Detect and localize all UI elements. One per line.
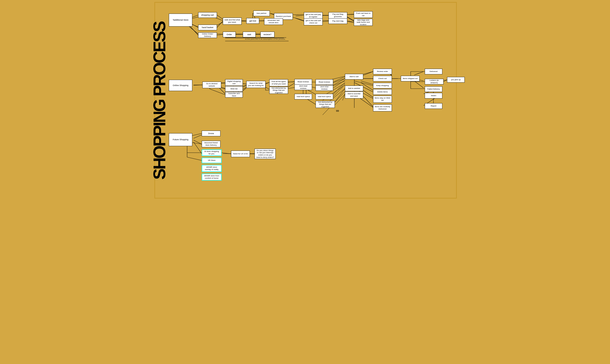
wait-node: wait [243, 32, 256, 37]
diagram-canvas: SHOPPING PROCESS [152, 0, 458, 202]
svg-line-142 [222, 153, 231, 154]
traditional-store-node: Tadditional Store [169, 13, 192, 26]
review-order-node: Review order [373, 69, 392, 74]
read-reviews1-node: Read reviews [294, 79, 312, 85]
dont-read-reviews2-node: dont read reviews [316, 85, 333, 91]
drone-node: Drone [202, 131, 220, 136]
subscribe-save-node: Subscibe and Save [225, 92, 243, 98]
get-in-line-self-node: get in line and self check out [304, 18, 323, 25]
pay-dont-bag-node: Pay dont bag [328, 18, 347, 24]
svg-line-95 [210, 89, 225, 95]
svg-line-53 [414, 72, 424, 75]
infinity-symbol: ∞ [336, 108, 339, 113]
search-for-node: Search for what you are looking for [246, 81, 266, 88]
armr-overlay-node: AR/MR store overlay of reality [202, 165, 222, 172]
svg-line-73 [217, 21, 223, 27]
need-ux-node: Need for UX of AI [231, 151, 250, 157]
get-distracted3-node: Get distracted by things that are sugest… [316, 101, 335, 108]
svg-line-80 [293, 14, 304, 15]
svg-line-116 [333, 88, 345, 104]
svg-line-59 [193, 135, 202, 138]
svg-line-72 [217, 15, 223, 19]
svg-line-141 [187, 157, 202, 160]
assumed-need-node: Assumed Need/ Auto Delivery [202, 141, 220, 147]
items-stay-wish-node: Items stay on Wish list [373, 96, 392, 103]
svg-rect-68 [155, 2, 456, 198]
dont-read-reviews1-node: dont read reviews [294, 84, 312, 90]
add-subscribe-node: Add to suscribe and save [345, 91, 363, 99]
svg-line-78 [270, 13, 274, 15]
svg-line-112 [333, 78, 345, 85]
svg-line-114 [333, 83, 345, 94]
svg-line-47 [361, 81, 373, 84]
items-routinely-node: Items are routinely Delivered [373, 104, 392, 111]
failed-delivery-node: Failed Delivery [425, 86, 442, 92]
order-node: Order [223, 32, 236, 37]
svg-rect-66 [168, 63, 458, 120]
svg-line-60 [193, 140, 202, 144]
check-out-node: Check out [373, 76, 392, 81]
vr-store-node: VR Store [202, 158, 222, 163]
svg-line-10 [296, 15, 304, 16]
connections-svg [152, 0, 458, 202]
svg-line-113 [333, 80, 345, 88]
read-reviews2-node: Read reviews [316, 79, 333, 85]
delete-items-node: Delete items [373, 89, 392, 95]
ai-does-node: AI does shopping for you. [202, 149, 222, 156]
get-lost-node: get lost [246, 18, 259, 24]
armr-comfort-node: AR/MR store from comfort of home [202, 174, 222, 181]
shopping-cart-node: shopping cart [198, 12, 217, 18]
delivered-node: Delivered [425, 69, 442, 74]
svg-line-81 [293, 17, 304, 21]
remember-last-node: remember last minute item [264, 18, 283, 25]
svg-line-132 [444, 80, 447, 82]
svg-line-121 [354, 81, 373, 86]
take-bags-node: take bags and walk home/ end location [354, 19, 373, 26]
svg-line-86 [347, 14, 354, 14]
svg-line-101 [266, 82, 269, 84]
svg-line-91 [193, 85, 203, 85]
hand-basket-node: hand basket [198, 25, 217, 30]
svg-line-111 [333, 77, 345, 82]
you-pick-up-node: you pick up [447, 77, 465, 83]
stolen-node: Stolen [425, 93, 442, 99]
svg-line-83 [323, 21, 328, 22]
svg-line-11 [296, 18, 304, 21]
page-title: SHOPPING PROCESS [152, 0, 166, 202]
do-you-return-node: Do you return things or can you intercep… [255, 149, 276, 159]
add-to-cart-node: Add to cart [345, 74, 363, 79]
pay-bag-node: Pay and Bag groceries [328, 12, 347, 19]
svg-line-87 [217, 35, 223, 35]
lockers-node: Lockers (ie amazon) [425, 79, 444, 84]
add-wishlist-node: Add to wishlist [345, 86, 363, 91]
assumption-note: at this point this is an assumption of t… [237, 38, 293, 40]
find-all-node: Find all the types of what you want [269, 79, 288, 86]
report-node: Report [425, 103, 442, 109]
online-shopping-node: Online Shopping [169, 80, 192, 91]
read-tech-specs1-node: read tech specs [294, 94, 312, 99]
svg-line-102 [266, 90, 269, 90]
svg-line-85 [347, 17, 354, 21]
go-desired-node: Go to desired website [203, 82, 221, 88]
online-order-node: Online Order/ Delivery [198, 32, 217, 38]
digital-cart-node: Digital shopping cart [225, 79, 243, 86]
keep-shopping-node: Keep shopping [373, 83, 392, 88]
read-tech-specs2-node: read tech specs [316, 94, 333, 99]
get-distracted1-node: Get distracted by things that are sugest… [269, 87, 288, 94]
recieve-node: recieve? [260, 32, 274, 37]
push-cart-node: Push cart back to car [354, 11, 373, 18]
svg-line-44 [343, 94, 345, 100]
svg-line-55 [414, 81, 424, 88]
lose-partner-node: lose partner [253, 11, 270, 16]
items-shipped-node: Items shipped out [401, 76, 420, 81]
svg-line-115 [333, 84, 345, 97]
future-shopping-node: Future Shopping [169, 133, 192, 146]
svg-line-74 [242, 21, 246, 21]
wish-list-node: Wish list [225, 86, 243, 92]
svg-line-84 [347, 21, 354, 22]
svg-line-61 [193, 142, 202, 154]
walk-find-node: walk and find what you need. [223, 18, 242, 25]
svg-line-117 [333, 94, 345, 107]
